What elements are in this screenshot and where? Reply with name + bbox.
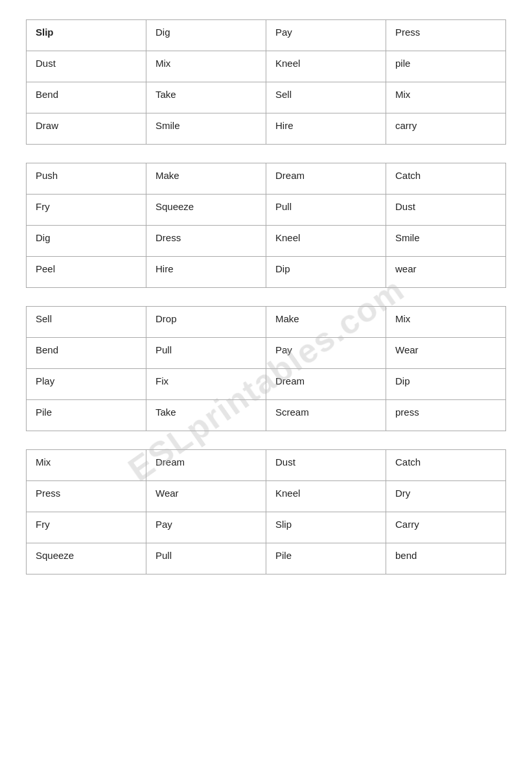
- table-cell: Drop: [146, 307, 266, 338]
- table-row: DustMixKneelpile: [27, 51, 506, 82]
- table-cell: Carry: [386, 512, 506, 543]
- table-cell: Wear: [146, 481, 266, 512]
- table-cell: Bend: [27, 338, 146, 369]
- table-cell: Slip: [27, 20, 146, 51]
- table-cell: Slip: [266, 512, 386, 543]
- table-cell: Smile: [386, 226, 506, 257]
- table-cell: Draw: [27, 113, 146, 145]
- table-cell: Kneel: [266, 51, 386, 82]
- table-cell: Mix: [146, 51, 266, 82]
- table-row: SqueezePullPilebend: [27, 543, 506, 574]
- table-cell: Dry: [386, 481, 506, 512]
- table-row: SlipDigPayPress: [27, 20, 506, 51]
- table-cell: bend: [386, 543, 506, 574]
- table-cell: Press: [27, 481, 146, 512]
- table-cell: wear: [386, 257, 506, 288]
- table-cell: Dream: [266, 369, 386, 400]
- table-row: MixDreamDustCatch: [27, 450, 506, 481]
- table-cell: Dip: [266, 257, 386, 288]
- table-cell: Take: [146, 400, 266, 431]
- table-cell: Make: [266, 307, 386, 338]
- table-cell: Squeeze: [27, 543, 146, 574]
- table-row: BendPullPayWear: [27, 338, 506, 369]
- table-cell: Dust: [266, 450, 386, 481]
- table-cell: Pile: [27, 400, 146, 431]
- table-cell: pile: [386, 51, 506, 82]
- table-cell: Pay: [266, 338, 386, 369]
- table-cell: Hire: [266, 113, 386, 145]
- table-cell: Fry: [27, 195, 146, 226]
- table-cell: Sell: [27, 307, 146, 338]
- table-cell: Make: [146, 163, 266, 195]
- table-row: PeelHireDipwear: [27, 257, 506, 288]
- table-row: PileTakeScreampress: [27, 400, 506, 431]
- word-table-4: MixDreamDustCatchPressWearKneelDryFryPay…: [26, 449, 506, 574]
- table-cell: Dream: [266, 163, 386, 195]
- table-cell: Smile: [146, 113, 266, 145]
- table-cell: Dig: [27, 226, 146, 257]
- table-cell: Peel: [27, 257, 146, 288]
- table-cell: Bend: [27, 82, 146, 113]
- table-cell: Scream: [266, 400, 386, 431]
- table-cell: Sell: [266, 82, 386, 113]
- table-cell: Catch: [386, 163, 506, 195]
- table-cell: Dust: [386, 195, 506, 226]
- table-cell: Dig: [146, 20, 266, 51]
- table-cell: Press: [386, 20, 506, 51]
- table-cell: Hire: [146, 257, 266, 288]
- table-cell: Mix: [27, 450, 146, 481]
- table-row: DrawSmileHirecarry: [27, 113, 506, 145]
- table-row: PlayFixDreamDip: [27, 369, 506, 400]
- table-cell: Take: [146, 82, 266, 113]
- table-cell: Dust: [27, 51, 146, 82]
- table-cell: Pull: [146, 543, 266, 574]
- table-cell: Pile: [266, 543, 386, 574]
- table-cell: Dip: [386, 369, 506, 400]
- table-row: FrySqueezePullDust: [27, 195, 506, 226]
- tables-container: SlipDigPayPressDustMixKneelpileBendTakeS…: [26, 19, 506, 574]
- table-cell: Mix: [386, 307, 506, 338]
- table-cell: Dress: [146, 226, 266, 257]
- table-cell: Mix: [386, 82, 506, 113]
- table-cell: Pull: [266, 195, 386, 226]
- table-cell: Pay: [266, 20, 386, 51]
- word-table-1: SlipDigPayPressDustMixKneelpileBendTakeS…: [26, 19, 506, 145]
- table-cell: Pay: [146, 512, 266, 543]
- table-cell: Kneel: [266, 481, 386, 512]
- table-row: PressWearKneelDry: [27, 481, 506, 512]
- table-cell: Fry: [27, 512, 146, 543]
- table-cell: carry: [386, 113, 506, 145]
- table-cell: Wear: [386, 338, 506, 369]
- table-cell: Squeeze: [146, 195, 266, 226]
- table-cell: Fix: [146, 369, 266, 400]
- word-table-3: SellDropMakeMixBendPullPayWearPlayFixDre…: [26, 306, 506, 431]
- table-cell: Catch: [386, 450, 506, 481]
- table-cell: Dream: [146, 450, 266, 481]
- table-row: PushMakeDreamCatch: [27, 163, 506, 195]
- table-cell: press: [386, 400, 506, 431]
- word-table-2: PushMakeDreamCatchFrySqueezePullDustDigD…: [26, 163, 506, 288]
- table-row: DigDressKneelSmile: [27, 226, 506, 257]
- table-cell: Push: [27, 163, 146, 195]
- table-row: SellDropMakeMix: [27, 307, 506, 338]
- table-cell: Pull: [146, 338, 266, 369]
- table-row: BendTakeSellMix: [27, 82, 506, 113]
- table-row: FryPaySlipCarry: [27, 512, 506, 543]
- table-cell: Kneel: [266, 226, 386, 257]
- table-cell: Play: [27, 369, 146, 400]
